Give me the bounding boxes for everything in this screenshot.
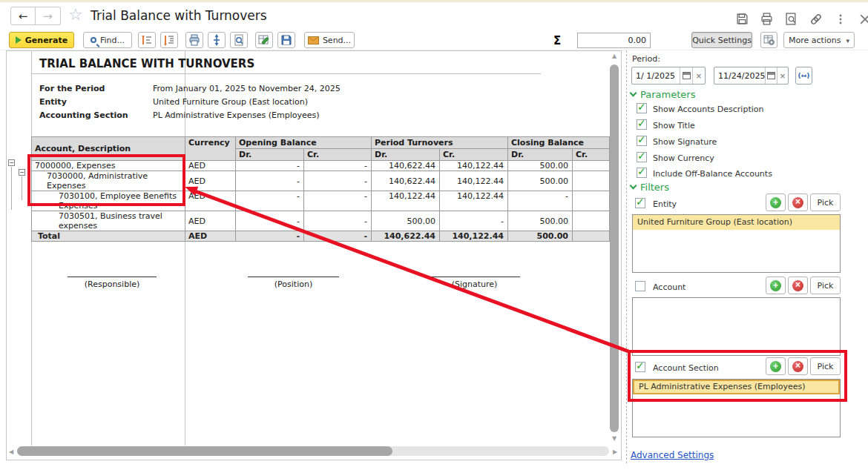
remove-account-button[interactable]: × <box>788 277 808 294</box>
filters-title: Filters <box>640 182 669 193</box>
checkbox-include-off-balance[interactable] <box>637 168 647 178</box>
tree-collapse-toggle[interactable]: − <box>8 159 15 166</box>
close-icon[interactable] <box>857 11 868 27</box>
account-list[interactable] <box>632 297 841 356</box>
col-group-closing: Closing Balance <box>508 137 610 149</box>
closing-cr-cell <box>573 231 610 242</box>
opening-dr-cell: - <box>236 171 304 191</box>
scroll-down-icon[interactable]: ▼ <box>612 435 617 442</box>
kebab-menu-icon[interactable] <box>832 11 848 27</box>
table-row[interactable]: 7030000, Administrative Expenses AED - -… <box>32 171 610 191</box>
favorite-star-icon[interactable]: ☆ <box>68 5 83 24</box>
account-cell[interactable]: 7030501, Business travel expenses <box>32 211 185 231</box>
panel-splitter[interactable] <box>626 50 627 463</box>
save-icon[interactable] <box>734 11 750 27</box>
checkbox-filter-account-section[interactable] <box>635 362 645 372</box>
account-cell[interactable]: 7030100, Employee Benefits Expenses <box>32 191 185 211</box>
scroll-right-icon[interactable]: ▶ <box>613 449 617 455</box>
closing-dr-cell: 500.00 <box>508 231 573 242</box>
save-result-button[interactable] <box>277 32 295 48</box>
date-from-field[interactable]: 1/ 1/2025 × <box>631 67 706 85</box>
advanced-settings-link[interactable]: Advanced Settings <box>631 450 714 460</box>
horizontal-scroll-thumb[interactable] <box>17 446 392 456</box>
account-section-list[interactable]: PL Administrative Expenses (Employees) <box>632 379 841 437</box>
collapse-groups-button[interactable] <box>138 32 156 48</box>
find-button[interactable]: Find... <box>83 32 132 48</box>
pick-account-section-button[interactable]: Pick <box>810 357 841 375</box>
more-actions-label: More actions <box>789 36 841 45</box>
add-account-section-button[interactable]: + <box>766 357 786 375</box>
horizontal-scrollbar[interactable] <box>17 446 609 456</box>
report-settings-button[interactable] <box>760 32 777 48</box>
print-button[interactable] <box>185 32 203 48</box>
currency-cell: AED <box>185 171 236 191</box>
period-variants-button[interactable] <box>795 67 812 85</box>
list-item-selected[interactable]: PL Administrative Expenses (Employees) <box>633 380 840 394</box>
pick-account-button[interactable]: Pick <box>810 277 841 294</box>
checkbox-filter-entity[interactable] <box>635 198 645 208</box>
entity-list[interactable]: United Furniture Group (East location) <box>632 214 841 273</box>
forward-button[interactable]: → <box>36 7 61 25</box>
print-icon <box>188 34 200 46</box>
date-from-value[interactable]: 1/ 1/2025 <box>632 67 680 84</box>
scroll-left-icon[interactable]: ◀ <box>9 449 13 455</box>
remove-entity-button[interactable]: × <box>788 193 808 211</box>
chevron-down-icon <box>630 182 637 190</box>
expand-groups-button[interactable] <box>160 32 178 48</box>
app-window: ← → ☆ Trial Balance with Turnovers <box>0 0 868 470</box>
more-actions-button[interactable]: More actions <box>783 32 855 48</box>
closing-cr-cell <box>573 171 610 191</box>
filters-section-header[interactable]: Filters <box>631 182 669 193</box>
col-header-dr: Dr. <box>508 149 573 161</box>
print-icon[interactable] <box>759 11 775 27</box>
caret-down-icon <box>844 36 849 45</box>
checkbox-show-currency[interactable] <box>637 152 647 162</box>
remove-account-section-button[interactable]: × <box>788 357 808 375</box>
currency-cell: AED <box>185 231 236 242</box>
opening-dr-cell: - <box>236 191 304 211</box>
print-preview-icon[interactable] <box>783 11 799 27</box>
add-account-button[interactable]: + <box>766 277 786 294</box>
back-button[interactable]: ← <box>10 7 36 25</box>
fit-width-button[interactable] <box>208 32 226 48</box>
sum-field[interactable] <box>577 33 651 48</box>
table-row[interactable]: 7030100, Employee Benefits Expenses AED … <box>32 191 610 211</box>
parameters-section-header[interactable]: Parameters <box>631 89 695 100</box>
clear-date-icon[interactable]: × <box>777 67 788 84</box>
tree-connector <box>22 176 22 200</box>
checkbox-show-signature[interactable] <box>637 136 647 146</box>
date-to-value[interactable]: 11/24/2025 <box>714 67 765 84</box>
table-row[interactable]: 7030501, Business travel expenses AED - … <box>32 211 610 231</box>
closing-cr-cell <box>573 161 610 171</box>
turnover-dr-cell: 140,122.44 <box>372 191 440 211</box>
clear-date-icon[interactable]: × <box>692 67 705 84</box>
link-icon[interactable] <box>808 11 823 27</box>
account-cell[interactable]: 7030000, Administrative Expenses <box>32 171 185 191</box>
generate-button[interactable]: Generate <box>9 32 74 48</box>
quick-settings-button[interactable]: Quick Settings <box>691 32 752 48</box>
scroll-up-icon[interactable]: ▲ <box>612 53 617 59</box>
info-value: United Furniture Group (East location) <box>153 97 308 107</box>
pick-entity-button[interactable]: Pick <box>810 193 841 211</box>
calendar-icon[interactable] <box>680 67 692 84</box>
chevron-down-icon <box>630 90 637 97</box>
checkbox-show-accounts-description[interactable] <box>637 103 647 113</box>
tree-collapse-toggle[interactable]: − <box>19 169 25 176</box>
closing-dr-cell: 500.00 <box>508 211 573 231</box>
account-cell[interactable]: 7000000, Expenses <box>32 161 185 171</box>
vertical-scrollbar[interactable]: ▲ ▼ <box>609 53 619 444</box>
send-button[interactable]: Send... <box>304 32 355 48</box>
checkbox-show-title[interactable] <box>637 119 647 130</box>
plus-icon: + <box>770 197 781 208</box>
checkbox-filter-account[interactable] <box>635 281 645 291</box>
date-to-field[interactable]: 11/24/2025 × <box>714 67 789 85</box>
list-item[interactable]: United Furniture Group (East location) <box>633 215 840 230</box>
add-entity-button[interactable]: + <box>766 193 786 211</box>
plus-icon: + <box>770 361 781 372</box>
table-row[interactable]: 7000000, Expenses AED - - 140,622.44 140… <box>32 161 610 171</box>
preview-button[interactable] <box>230 32 248 48</box>
col-group-opening: Opening Balance <box>236 137 372 149</box>
edit-settings-button[interactable] <box>255 32 273 48</box>
vertical-scroll-thumb[interactable] <box>610 64 619 432</box>
calendar-icon[interactable] <box>765 67 776 84</box>
